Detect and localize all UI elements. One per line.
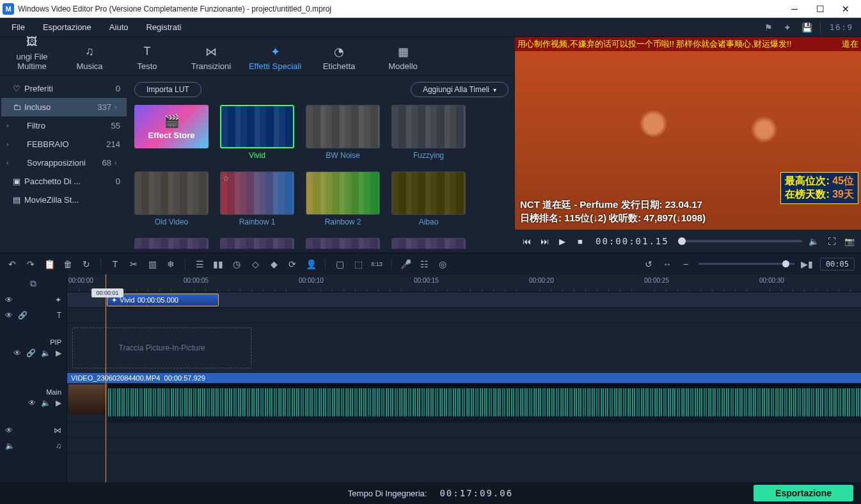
keyframe1-button[interactable]: ◇ bbox=[249, 258, 261, 270]
next-frame-button[interactable]: ⏭ bbox=[538, 235, 551, 248]
redo-button[interactable]: ↷ bbox=[25, 258, 36, 270]
menu-register[interactable]: Registrati bbox=[137, 20, 190, 35]
fullscreen-button[interactable]: ⛶ bbox=[825, 235, 838, 248]
clip-fx-vivid[interactable]: ✦ Vivid 00:00:05.000 bbox=[107, 294, 219, 306]
cut-tool-button[interactable]: ✂ bbox=[128, 258, 139, 270]
sidebar-item-3[interactable]: ›FEBBRAIO214 bbox=[1, 135, 127, 154]
effect-card-more-0[interactable]: ☆ bbox=[134, 238, 209, 249]
import-lut-button[interactable]: Importa LUT bbox=[134, 82, 201, 97]
timeline-ruler[interactable]: 00:00:0000:00:0500:00:1000:00:1500:00:20… bbox=[67, 274, 861, 292]
paste-button[interactable]: 📋 bbox=[43, 258, 55, 270]
window-maximize-button[interactable]: ☐ bbox=[807, 1, 833, 17]
track-pip[interactable]: Traccia Picture-In-Picture bbox=[67, 323, 861, 373]
mic-button[interactable]: 🎤 bbox=[400, 258, 411, 270]
track-music[interactable] bbox=[67, 438, 861, 453]
export-button[interactable]: Esportazione bbox=[754, 485, 853, 501]
zoom-slider[interactable] bbox=[699, 263, 794, 265]
record-button[interactable]: ◎ bbox=[437, 258, 448, 270]
sidebar-item-6[interactable]: ▤MovieZilla St... bbox=[1, 191, 127, 209]
menu-help[interactable]: Aiuto bbox=[100, 20, 138, 35]
tab-label[interactable]: ◔Etichetta bbox=[307, 41, 371, 75]
link-icon[interactable]: 🔗 bbox=[26, 349, 36, 358]
zoom-out-button[interactable]: − bbox=[680, 258, 691, 270]
tab-text[interactable]: TTesto bbox=[115, 41, 179, 75]
tab-music[interactable]: ♫Musica bbox=[64, 41, 115, 75]
star-icon[interactable]: ☆ bbox=[308, 174, 315, 183]
tab-transitions[interactable]: ⋈Transizioni bbox=[179, 41, 243, 75]
ratio-button[interactable]: 8:13 bbox=[371, 258, 383, 270]
track-main[interactable]: VIDEO_230602084400.MP4 00:00:57.929 bbox=[67, 373, 861, 423]
link-icon[interactable]: 🔗 bbox=[18, 311, 28, 320]
eye-icon[interactable]: 👁 bbox=[5, 311, 13, 320]
effect-card-aibao[interactable]: ☆Aibao bbox=[391, 171, 466, 226]
undo-button[interactable]: ↶ bbox=[6, 258, 18, 270]
timeline-copy-icon[interactable]: ⧉ bbox=[30, 278, 36, 289]
tab-media[interactable]: 🖼ungi File Multime bbox=[0, 31, 64, 75]
effect-card-vivid[interactable]: ☆Vivid bbox=[220, 105, 294, 160]
effect-card-more-2[interactable]: ☆ bbox=[306, 238, 380, 249]
track-text[interactable] bbox=[67, 308, 861, 323]
chevron-icon: › bbox=[6, 122, 14, 129]
crop-button[interactable]: ▢ bbox=[334, 258, 345, 270]
effect-card-rainbow-1[interactable]: ☆Rainbow 1 bbox=[220, 171, 294, 226]
play-button[interactable]: ▶ bbox=[556, 235, 569, 248]
speaker-icon[interactable]: 🔈 bbox=[5, 441, 15, 450]
loop-button[interactable]: ↺ bbox=[643, 258, 654, 270]
sidebar-item-5[interactable]: ▣Pacchetto Di ...0 bbox=[1, 172, 127, 191]
fit-button[interactable]: ↔ bbox=[661, 258, 673, 270]
snapshot-button[interactable]: 📷 bbox=[843, 235, 856, 248]
effect-card-more-3[interactable]: ☆ bbox=[391, 238, 466, 249]
add-to-timeline-button[interactable]: Aggiungi Alla Timeli▾ bbox=[411, 82, 509, 97]
speaker-icon[interactable]: 🔈 bbox=[41, 349, 51, 358]
clip-main-video[interactable]: VIDEO_230602084400.MP4 00:00:57.929 bbox=[67, 373, 861, 423]
sidebar-item-0[interactable]: ♡Preferiti0 bbox=[1, 79, 127, 98]
trim-button[interactable]: ▥ bbox=[146, 258, 158, 270]
effect-card-store[interactable]: 🎬Effect Store bbox=[134, 105, 209, 160]
zoom-time[interactable]: 00:05 bbox=[820, 258, 855, 271]
flag-icon[interactable]: ⚑ bbox=[760, 19, 777, 36]
freeze-button[interactable]: ❄ bbox=[165, 258, 177, 270]
subtitle-button[interactable]: ☷ bbox=[418, 258, 430, 270]
keyframe2-button[interactable]: ◆ bbox=[268, 258, 280, 270]
track-fx[interactable]: ✦ Vivid 00:00:05.000 bbox=[67, 292, 861, 308]
pip-drop-zone[interactable]: Traccia Picture-In-Picture bbox=[72, 327, 251, 368]
eye-icon[interactable]: 👁 bbox=[28, 398, 36, 407]
eye-icon[interactable]: 👁 bbox=[5, 295, 13, 304]
text-tool-button[interactable]: T bbox=[109, 258, 121, 270]
tab-effects[interactable]: ✦Effetti Speciali bbox=[243, 41, 307, 75]
timeline-tracks-area[interactable]: 00:00:0000:00:0500:00:1000:00:1500:00:20… bbox=[67, 274, 861, 482]
effect-card-bw-noise[interactable]: ☆BW Noise bbox=[306, 105, 380, 160]
prev-frame-button[interactable]: ⏮ bbox=[520, 235, 533, 248]
person-button[interactable]: 👤 bbox=[305, 258, 317, 270]
aspect-ratio[interactable]: 16:9 bbox=[825, 23, 858, 32]
sidebar-item-2[interactable]: ›Filtro55 bbox=[1, 116, 127, 135]
speaker-icon[interactable]: 🔈 bbox=[41, 398, 51, 407]
save-icon[interactable]: 💾 bbox=[798, 19, 815, 36]
track-transition[interactable] bbox=[67, 423, 861, 438]
list-button[interactable]: ☰ bbox=[194, 258, 205, 270]
sparkle-icon[interactable]: ✦ bbox=[779, 19, 796, 36]
preview-seek-slider[interactable] bbox=[678, 240, 802, 242]
preview-canvas[interactable]: 用心制作视频,不嫌弃的话可以投一个币啦!! 那样你就会诸事顺心,财运爆发!! 道… bbox=[515, 37, 861, 230]
sidebar-item-1[interactable]: 🗀Incluso337› bbox=[1, 98, 127, 116]
delete-button[interactable]: 🗑 bbox=[62, 258, 74, 270]
effect-card-old-video[interactable]: ☆Old Video bbox=[134, 171, 209, 226]
rotate-button[interactable]: ⟳ bbox=[287, 258, 298, 270]
effect-card-more-1[interactable]: ☆ bbox=[220, 238, 294, 249]
effect-card-rainbow-2[interactable]: ☆Rainbow 2 bbox=[306, 171, 380, 226]
columns-button[interactable]: ▮▮ bbox=[212, 258, 224, 270]
window-minimize-button[interactable]: ─ bbox=[782, 1, 807, 17]
clock-button[interactable]: ◷ bbox=[231, 258, 242, 270]
zoom-button[interactable]: ⬚ bbox=[352, 258, 364, 270]
eye-icon[interactable]: 👁 bbox=[13, 349, 21, 358]
zoom-in-button[interactable]: ▶▮ bbox=[802, 258, 813, 270]
volume-button[interactable]: 🔈 bbox=[807, 235, 820, 248]
eye-icon[interactable]: 👁 bbox=[5, 426, 13, 435]
star-icon[interactable]: ☆ bbox=[223, 174, 230, 183]
stop-button[interactable]: ■ bbox=[574, 235, 587, 248]
refresh-button[interactable]: ↻ bbox=[81, 258, 92, 270]
sidebar-item-4[interactable]: ‹Sovrapposizioni68‹ bbox=[1, 154, 127, 172]
window-close-button[interactable]: ✕ bbox=[833, 1, 858, 17]
effect-card-fuzzying[interactable]: ☆Fuzzying bbox=[391, 105, 466, 160]
tab-template[interactable]: ▦Modello bbox=[371, 41, 435, 75]
